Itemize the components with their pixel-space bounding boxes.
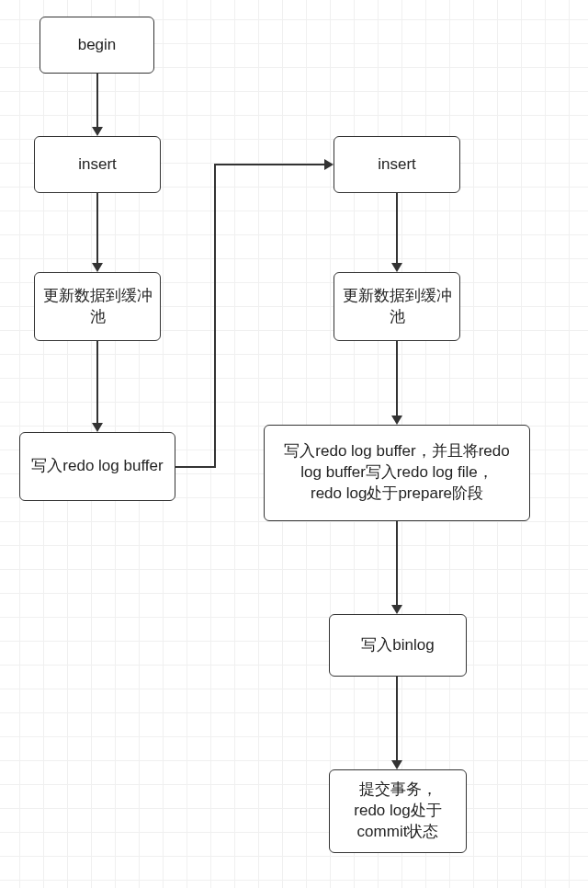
arrow-line xyxy=(96,341,98,423)
arrow-line xyxy=(396,193,398,263)
node-insert-1: insert xyxy=(34,136,161,193)
arrow-head-down xyxy=(391,605,402,614)
arrow-line xyxy=(396,521,398,605)
arrow-line xyxy=(396,341,398,416)
node-begin: begin xyxy=(40,17,154,74)
node-redo-prepare-label: 写入redo log buffer，并且将redo log buffer写入re… xyxy=(272,441,522,505)
arrow-head-down xyxy=(391,263,402,272)
arrow-head-down xyxy=(391,760,402,769)
arrow-line xyxy=(175,466,215,468)
arrow-head-down xyxy=(92,127,103,136)
node-binlog: 写入binlog xyxy=(329,614,467,677)
node-update-buffer-2: 更新数据到缓冲池 xyxy=(334,272,460,341)
arrow-line xyxy=(96,193,98,263)
node-redo-prepare: 写入redo log buffer，并且将redo log buffer写入re… xyxy=(264,425,530,521)
arrow-line xyxy=(396,677,398,760)
arrow-head-down xyxy=(92,263,103,272)
node-update-buffer-1: 更新数据到缓冲池 xyxy=(34,272,161,341)
arrow-head-down xyxy=(92,423,103,432)
arrow-head-right xyxy=(324,159,334,170)
node-redo-buffer-1: 写入redo log buffer xyxy=(19,432,175,501)
arrow-head-down xyxy=(391,416,402,425)
arrow-line xyxy=(96,74,98,127)
node-update-buffer-2-label: 更新数据到缓冲池 xyxy=(342,286,452,328)
node-insert-1-label: insert xyxy=(78,154,117,176)
node-update-buffer-1-label: 更新数据到缓冲池 xyxy=(42,286,153,328)
node-insert-2-label: insert xyxy=(378,154,416,176)
node-begin-label: begin xyxy=(78,35,117,56)
node-commit: 提交事务， redo log处于commit状态 xyxy=(329,769,467,853)
node-insert-2: insert xyxy=(334,136,460,193)
arrow-line xyxy=(214,164,324,165)
node-commit-label: 提交事务， redo log处于commit状态 xyxy=(337,780,458,843)
node-redo-buffer-1-label: 写入redo log buffer xyxy=(31,456,163,477)
node-binlog-label: 写入binlog xyxy=(361,635,434,656)
arrow-line xyxy=(214,164,216,468)
